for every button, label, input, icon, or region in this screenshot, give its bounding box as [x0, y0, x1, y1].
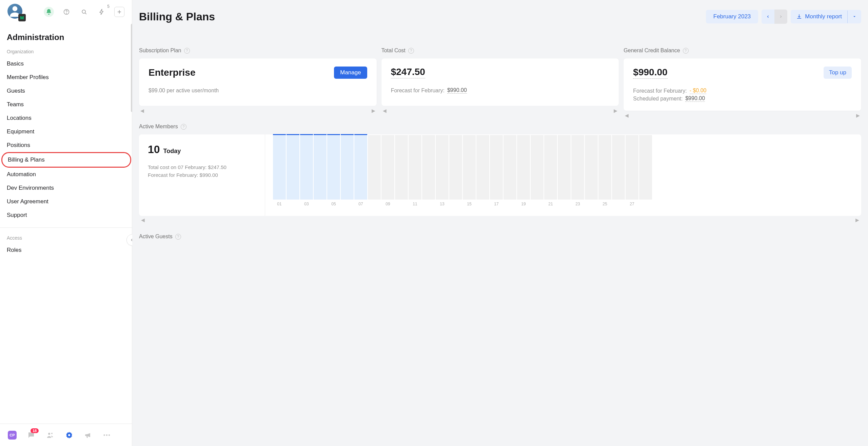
- divider: [0, 227, 132, 228]
- sidebar-item-automation[interactable]: Automation: [0, 168, 132, 181]
- period-nav: [762, 10, 787, 24]
- page-header: Billing & Plans February 2023: [139, 10, 861, 24]
- plan-name: Enterprise: [149, 67, 196, 78]
- sidebar-item-teams[interactable]: Teams: [0, 98, 132, 111]
- chart-bar: 07: [354, 135, 368, 206]
- chat-badge: 18: [31, 428, 39, 433]
- members-card: 10 Today Total cost on 07 February: $247…: [139, 134, 861, 216]
- forecast-label: Forecast for February:: [391, 88, 445, 94]
- section-label-members: Active Members ?: [139, 124, 861, 130]
- monthly-report-dropdown[interactable]: [847, 11, 861, 23]
- forecast-value: $990.00: [447, 87, 467, 94]
- pager-left-icon[interactable]: ◀: [383, 108, 387, 113]
- sidebar-item-roles[interactable]: Roles: [0, 243, 132, 257]
- svg-point-4: [48, 433, 50, 435]
- period-label: February 2023: [713, 13, 751, 20]
- members-line2: Forecast for February: $990.00: [148, 171, 256, 179]
- period-selector[interactable]: February 2023: [706, 10, 758, 23]
- help-icon[interactable]: ?: [184, 48, 190, 54]
- chart-bar: [313, 135, 327, 206]
- more-icon[interactable]: •••: [102, 430, 113, 441]
- help-icon[interactable]: ?: [181, 124, 186, 130]
- sidebar-item-positions[interactable]: Positions: [0, 138, 132, 152]
- members-today: Today: [163, 148, 181, 155]
- total-cost-amount: $247.50: [391, 67, 425, 78]
- monthly-report-button: Monthly report: [791, 10, 861, 23]
- chart-bar: [476, 135, 490, 206]
- avatar[interactable]: [7, 4, 24, 20]
- hscroll-left-icon[interactable]: ◀: [141, 217, 145, 223]
- chart-bar: 09: [381, 135, 395, 206]
- gear-icon[interactable]: [64, 430, 75, 441]
- horizontal-scroll: ◀ ▶: [139, 216, 861, 224]
- card-pager: ◀ ▶: [139, 108, 377, 113]
- sidebar-section-title: Administration: [0, 27, 132, 47]
- help-icon[interactable]: [61, 7, 72, 17]
- bell-icon[interactable]: [44, 7, 54, 17]
- people-icon[interactable]: [45, 430, 56, 441]
- svg-point-3: [82, 10, 85, 13]
- chart-bar: 25: [598, 135, 612, 206]
- forecast-value: - $0.00: [690, 88, 707, 94]
- plan-sub: $99.00 per active user/month: [149, 88, 367, 94]
- sidebar-scroll[interactable]: Administration Organization BasicsMember…: [0, 24, 132, 424]
- pager-left-icon[interactable]: ◀: [625, 113, 629, 118]
- chat-icon[interactable]: 18: [26, 430, 37, 441]
- manage-button[interactable]: Manage: [334, 67, 367, 79]
- help-icon[interactable]: ?: [408, 48, 414, 54]
- credit-amount: $990.00: [633, 67, 667, 79]
- sidebar-item-guests[interactable]: Guests: [0, 84, 132, 98]
- chart-bar: [530, 135, 544, 206]
- sidebar-item-support[interactable]: Support: [0, 208, 132, 222]
- topup-button[interactable]: Top up: [824, 67, 852, 79]
- section-label-guests: Active Guests ?: [139, 234, 861, 240]
- group-label-access: Access: [0, 233, 132, 243]
- chart-bar: [286, 135, 300, 206]
- hscroll-right-icon[interactable]: ▶: [855, 217, 859, 223]
- main: Billing & Plans February 2023: [132, 0, 868, 446]
- megaphone-icon[interactable]: [83, 430, 94, 441]
- members-line1: Total cost on 07 February: $247.50: [148, 163, 256, 171]
- chart-bar: 19: [517, 135, 530, 206]
- pager-left-icon[interactable]: ◀: [140, 108, 144, 113]
- sidebar-item-dev-environments[interactable]: Dev Environments: [0, 181, 132, 195]
- help-icon[interactable]: ?: [175, 234, 181, 240]
- forecast-label: Forecast for February:: [633, 88, 687, 94]
- page-title: Billing & Plans: [139, 11, 215, 23]
- sidebar-item-user-agreement[interactable]: User Agreement: [0, 195, 132, 208]
- cp-chip[interactable]: CP: [7, 430, 18, 441]
- chart-bar: [557, 135, 571, 206]
- chart-bar: 13: [435, 135, 449, 206]
- chart-bar: 17: [490, 135, 503, 206]
- prev-period-button[interactable]: [762, 10, 774, 24]
- bolt-badge: 5: [107, 4, 110, 9]
- next-period-button[interactable]: [774, 10, 787, 24]
- report-label: Monthly report: [805, 13, 842, 20]
- sidebar-item-billing-plans[interactable]: Billing & Plans: [1, 152, 131, 168]
- section-label-credit: General Credit Balance ?: [624, 48, 861, 54]
- chart-bar: [368, 135, 381, 206]
- sidebar-item-basics[interactable]: Basics: [0, 57, 132, 71]
- monthly-report-main[interactable]: Monthly report: [791, 10, 847, 23]
- chart-bar: 03: [300, 135, 313, 206]
- pager-right-icon[interactable]: ▶: [856, 113, 860, 118]
- chart-bar: [503, 135, 517, 206]
- chart-bar: 21: [544, 135, 557, 206]
- bolt-icon[interactable]: 5: [97, 7, 107, 17]
- pager-right-icon[interactable]: ▶: [372, 108, 375, 113]
- project-chip-icon: [18, 14, 26, 21]
- chart-bar: 15: [462, 135, 476, 206]
- sidebar-bottom: CP 18 •••: [0, 424, 132, 446]
- pager-right-icon[interactable]: ▶: [614, 108, 617, 113]
- svg-point-2: [66, 13, 67, 14]
- sidebar-item-equipment[interactable]: Equipment: [0, 125, 132, 138]
- add-icon[interactable]: [114, 7, 124, 17]
- help-icon[interactable]: ?: [683, 48, 689, 54]
- search-icon[interactable]: [79, 7, 89, 17]
- chart-bar: [449, 135, 462, 206]
- sidebar-item-member-profiles[interactable]: Member Profiles: [0, 71, 132, 84]
- chart-bar: 27: [625, 135, 639, 206]
- sidebar-topbar: 5: [0, 0, 132, 24]
- sidebar-item-locations[interactable]: Locations: [0, 111, 132, 125]
- cost-card: $247.50 Forecast for February: $990.00: [381, 58, 619, 106]
